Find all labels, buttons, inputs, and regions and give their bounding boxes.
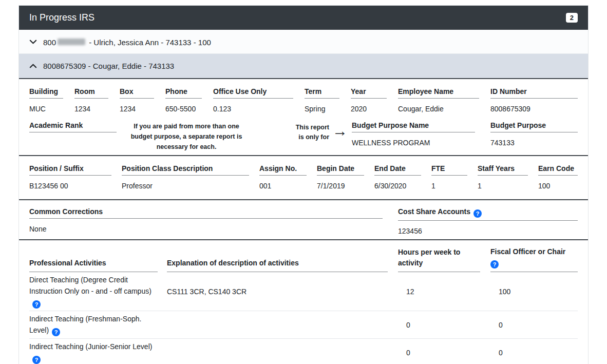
activity-fiscal: 0: [490, 321, 578, 329]
activity-row-direct-teaching: Direct Teaching (Degree Credit Instructi…: [29, 272, 578, 311]
field-employee-name: Employee Name Cougar, Eddie: [398, 87, 479, 113]
activity-text: Direct Teaching (Degree Credit Instructi…: [29, 276, 151, 295]
field-assign-no: Assign No. 001: [259, 164, 307, 190]
field-label: Year: [351, 87, 387, 99]
field-value: 1: [478, 182, 528, 190]
field-office-use-only: Office Use Only 0.123: [213, 87, 293, 113]
field-value: WELLNESS PROGRAM: [352, 139, 475, 147]
count-badge: 2: [566, 13, 578, 23]
field-academic-rank: Academic Rank: [29, 121, 117, 132]
field-label: Cost Share Accounts?: [398, 207, 578, 221]
activity-name: Indirect Teaching (Freshman-Soph. Level)…: [29, 313, 158, 336]
field-label: Room: [74, 87, 108, 99]
field-value: B123456 00: [29, 182, 111, 190]
help-icon[interactable]: ?: [32, 300, 41, 309]
arrow-right-icon: →: [332, 123, 348, 139]
info-fields-row: Building MUC Room 1234 Box 1234 Phone 65…: [29, 79, 578, 113]
redacted-id: [58, 39, 85, 45]
column-header-explanation: Explanation of description of activities: [167, 258, 388, 272]
field-id-number: ID Number 8008675309: [490, 87, 578, 113]
report-only-for-note: This report is only for: [291, 121, 329, 142]
activity-text: Indirect Teaching (Junior-Senior Level): [29, 342, 152, 351]
field-label: Building: [29, 87, 63, 99]
field-label: Common Corrections: [29, 207, 383, 219]
field-value: Professor: [122, 182, 249, 190]
field-building: Building MUC: [29, 87, 63, 113]
field-cost-share-accounts: Cost Share Accounts? 123456: [398, 207, 578, 235]
field-value: 0.123: [213, 105, 293, 113]
field-label: Budget Purpose: [490, 121, 578, 132]
field-value: Spring: [305, 105, 339, 113]
section-corrections: Common Corrections None Cost Share Accou…: [19, 199, 588, 239]
field-label: Academic Rank: [29, 121, 117, 132]
activity-row-indirect-freshman: Indirect Teaching (Freshman-Soph. Level)…: [29, 311, 578, 339]
field-position-class-description: Position Class Description Professor: [122, 164, 249, 190]
help-icon[interactable]: ?: [52, 328, 60, 336]
field-label: Term: [305, 87, 339, 99]
field-label-text: Cost Share Accounts: [398, 207, 470, 216]
section-employee-info: Building MUC Room 1234 Box 1234 Phone 65…: [19, 78, 588, 155]
field-label: Budget Purpose Name: [352, 121, 475, 132]
field-label: ID Number: [490, 87, 578, 99]
activity-text: Indirect Teaching (Freshman-Soph. Level): [29, 315, 141, 334]
help-icon[interactable]: ?: [32, 356, 41, 364]
accordion-row-cougar[interactable]: 8008675309 - Cougar, Eddie - 743133: [19, 54, 588, 78]
card-header: In Progress IRS 2: [19, 6, 588, 30]
activity-name: Indirect Teaching (Junior-Senior Level)?: [29, 341, 158, 364]
chevron-down-icon: [29, 38, 37, 46]
section-activities: Professional Activities Explanation of d…: [19, 239, 588, 364]
field-earn-code: Earn Code 100: [538, 164, 578, 190]
field-room: Room 1234: [74, 87, 108, 113]
activity-fiscal: 100: [490, 288, 578, 296]
chevron-up-icon: [29, 62, 37, 70]
activity-fiscal: 0: [490, 349, 578, 357]
field-value: 100: [538, 182, 578, 190]
field-value: 123456: [398, 227, 578, 235]
field-position-suffix: Position / Suffix B123456 00: [29, 164, 111, 190]
column-header-fiscal-officer: Fiscal Officer or Chair ?: [490, 246, 578, 272]
field-common-corrections: Common Corrections None: [29, 207, 383, 235]
field-label: Staff Years: [478, 164, 528, 176]
page-title: In Progress IRS: [29, 12, 94, 23]
field-value: 001: [259, 182, 307, 190]
accordion-row-label: 8008675309 - Cougar, Eddie - 743133: [43, 62, 174, 70]
field-value: 1234: [120, 105, 154, 113]
field-value: 1: [431, 182, 467, 190]
column-header-fiscal-text: Fiscal Officer or Chair: [490, 246, 578, 257]
field-budget-purpose-name: Budget Purpose Name WELLNESS PROGRAM: [352, 121, 475, 147]
employee-id-prefix: 800: [43, 37, 56, 46]
field-staff-years: Staff Years 1: [478, 164, 528, 190]
field-year: Year 2020: [351, 87, 387, 113]
field-begin-date: Begin Date 7/1/2019: [317, 164, 364, 190]
corrections-row: Common Corrections None Cost Share Accou…: [29, 200, 578, 239]
field-term: Term Spring: [305, 87, 339, 113]
field-value: 1234: [74, 105, 108, 113]
activity-row-indirect-junior: Indirect Teaching (Junior-Senior Level)?…: [29, 339, 578, 364]
accordion-row-ulrich[interactable]: 800 - Ulrich, Jessica Ann - 743133 - 100: [19, 30, 588, 54]
field-value: 743133: [490, 139, 578, 147]
help-icon[interactable]: ?: [490, 260, 499, 269]
field-label: Office Use Only: [213, 87, 293, 99]
help-icon[interactable]: ?: [473, 209, 482, 218]
field-fte: FTE 1: [431, 164, 467, 190]
field-label: Begin Date: [317, 164, 364, 176]
field-label: FTE: [431, 164, 467, 176]
field-label: Earn Code: [538, 164, 578, 176]
field-budget-purpose: Budget Purpose 743133: [490, 121, 578, 147]
accordion-row-label: 800 - Ulrich, Jessica Ann - 743133 - 100: [43, 37, 211, 47]
field-label: Position Class Description: [122, 164, 249, 176]
field-phone: Phone 650-5500: [165, 87, 202, 113]
activity-explanation: CS111 3CR, CS140 3CR: [167, 288, 388, 296]
field-value: MUC: [29, 105, 63, 113]
activity-hours: 0: [398, 321, 480, 329]
field-value: Cougar, Eddie: [398, 105, 479, 113]
field-value: 7/1/2019: [317, 182, 364, 190]
activity-name: Direct Teaching (Degree Credit Instructi…: [29, 274, 158, 309]
info-second-row: Academic Rank If you are paid from more …: [29, 121, 578, 155]
employee-summary-text: - Ulrich, Jessica Ann - 743133 - 100: [87, 37, 211, 46]
field-label: Employee Name: [398, 87, 479, 99]
field-label: Box: [120, 87, 154, 99]
column-header-professional-activities: Professional Activities: [29, 258, 158, 272]
field-label: End Date: [374, 164, 421, 176]
activity-hours: 0: [398, 349, 480, 357]
